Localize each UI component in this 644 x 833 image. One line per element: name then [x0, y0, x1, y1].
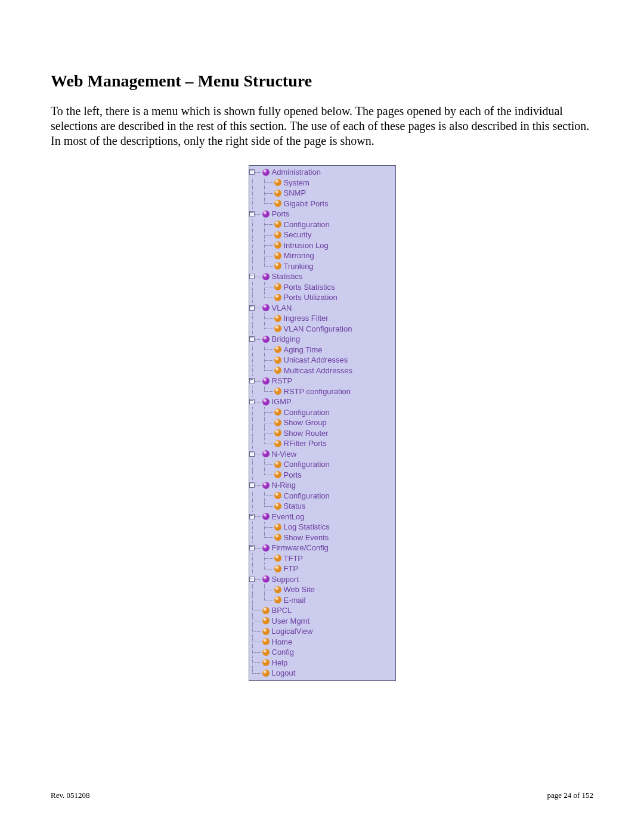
tree-row[interactable]: SNMP	[249, 188, 395, 199]
tree-connector	[261, 355, 267, 366]
item-bullet-icon	[274, 294, 281, 301]
tree-connector	[255, 543, 261, 553]
tree-row[interactable]: Ports	[249, 470, 395, 481]
collapse-icon[interactable]	[249, 169, 255, 175]
tree-item-label: VLAN Configuration	[284, 324, 352, 333]
collapse-icon[interactable]	[249, 378, 255, 383]
tree-row[interactable]: RSTP	[249, 376, 395, 386]
collapse-icon[interactable]	[249, 399, 255, 404]
tree-row[interactable]: Log Statistics	[249, 522, 395, 532]
tree-row[interactable]: LogicalView	[249, 626, 395, 637]
tree-row[interactable]: Multicast Addresses	[249, 366, 395, 376]
tree-row[interactable]: N-View	[249, 449, 395, 460]
tree-row[interactable]: Unicast Addresses	[249, 355, 395, 366]
tree-row[interactable]: Configuration	[249, 459, 395, 470]
collapse-icon[interactable]	[249, 482, 255, 488]
tree-connector	[267, 407, 273, 418]
tree-row[interactable]: E-mail	[249, 595, 395, 606]
tree-row[interactable]: System	[249, 178, 395, 188]
collapse-icon[interactable]	[249, 577, 255, 582]
tree-row[interactable]: EventLog	[249, 512, 395, 522]
tree-row[interactable]: Show Router	[249, 428, 395, 439]
footer-revision: Rev. 051208	[51, 791, 90, 800]
tree-connector	[261, 261, 267, 272]
tree-row[interactable]: Web Site	[249, 584, 395, 595]
item-bullet-icon	[274, 524, 281, 531]
collapse-icon[interactable]	[249, 514, 255, 519]
tree-row[interactable]: IGMP	[249, 397, 395, 407]
folder-bullet-icon	[262, 398, 270, 405]
tree-item-label: Log Statistics	[284, 522, 330, 531]
collapse-icon[interactable]	[249, 336, 255, 342]
page-footer: Rev. 051208 page 24 of 152	[51, 791, 593, 800]
tree-row[interactable]: User Mgmt	[249, 616, 395, 627]
tree-row[interactable]: Bridging	[249, 334, 395, 345]
tree-row[interactable]: Administration	[249, 167, 395, 178]
tree-row[interactable]: Configuration	[249, 407, 395, 418]
tree-connector	[255, 595, 261, 606]
tree-connector	[255, 282, 261, 293]
tree-row[interactable]: Home	[249, 637, 395, 648]
tree-row[interactable]: Security	[249, 230, 395, 240]
item-bullet-icon	[274, 283, 281, 290]
tree-row[interactable]: Show Group	[249, 417, 395, 428]
tree-connector	[261, 459, 267, 470]
tree-row[interactable]: Configuration	[249, 491, 395, 501]
tree-row[interactable]: Help	[249, 658, 395, 668]
tree-connector	[261, 178, 267, 188]
tree-connector	[255, 376, 261, 386]
tree-connector	[249, 178, 255, 188]
tree-row[interactable]: Show Events	[249, 532, 395, 543]
tree-connector	[255, 658, 261, 668]
tree-row[interactable]: VLAN Configuration	[249, 324, 395, 335]
tree-row[interactable]: Intrusion Log	[249, 240, 395, 251]
item-bullet-icon	[274, 471, 281, 478]
tree-connector	[249, 313, 255, 324]
item-bullet-icon	[274, 325, 281, 332]
tree-row[interactable]: Ports Statistics	[249, 282, 395, 293]
tree-row[interactable]: Firmware/Config	[249, 543, 395, 553]
tree-connector	[267, 584, 273, 595]
document-page: Web Management – Menu Structure To the l…	[0, 0, 644, 833]
tree-connector	[255, 417, 261, 428]
tree-row[interactable]: BPCL	[249, 605, 395, 616]
tree-connector	[261, 345, 267, 355]
item-bullet-icon	[274, 346, 281, 353]
tree-row[interactable]: Config	[249, 647, 395, 658]
tree-row[interactable]: Aging Time	[249, 345, 395, 355]
tree-row[interactable]: Configuration	[249, 219, 395, 230]
collapse-icon[interactable]	[249, 305, 255, 311]
item-bullet-icon	[274, 492, 281, 499]
tree-row[interactable]: Mirroring	[249, 250, 395, 261]
tree-connector	[255, 438, 261, 449]
item-bullet-icon	[274, 388, 281, 395]
tree-row[interactable]: RFilter Ports	[249, 438, 395, 449]
tree-row[interactable]: TFTP	[249, 553, 395, 564]
tree-connector	[249, 250, 255, 261]
tree-row[interactable]: FTP	[249, 563, 395, 574]
tree-connector	[261, 250, 267, 261]
tree-connector	[249, 230, 255, 240]
tree-row[interactable]: Ingress Filter	[249, 313, 395, 324]
tree-row[interactable]: RSTP configuration	[249, 386, 395, 397]
collapse-icon[interactable]	[249, 274, 255, 279]
tree-row[interactable]: Statistics	[249, 271, 395, 282]
tree-row[interactable]: Ports	[249, 209, 395, 219]
tree-row[interactable]: Status	[249, 501, 395, 512]
tree-connector	[249, 647, 255, 658]
folder-bullet-icon	[262, 575, 270, 583]
collapse-icon[interactable]	[249, 545, 255, 550]
tree-row[interactable]: VLAN	[249, 303, 395, 314]
tree-row[interactable]: Ports Utilization	[249, 292, 395, 303]
tree-row[interactable]: Trunking	[249, 261, 395, 272]
folder-bullet-icon	[262, 544, 270, 552]
tree-row[interactable]: Support	[249, 574, 395, 585]
collapse-icon[interactable]	[249, 211, 255, 216]
tree-row[interactable]: Logout	[249, 668, 395, 679]
tree-row[interactable]: N-Ring	[249, 480, 395, 491]
collapse-icon[interactable]	[249, 451, 255, 457]
tree-connector	[255, 397, 261, 407]
tree-item-label: Multicast Addresses	[284, 366, 353, 375]
tree-item-label: Configuration	[284, 460, 330, 469]
tree-row[interactable]: Gigabit Ports	[249, 199, 395, 209]
